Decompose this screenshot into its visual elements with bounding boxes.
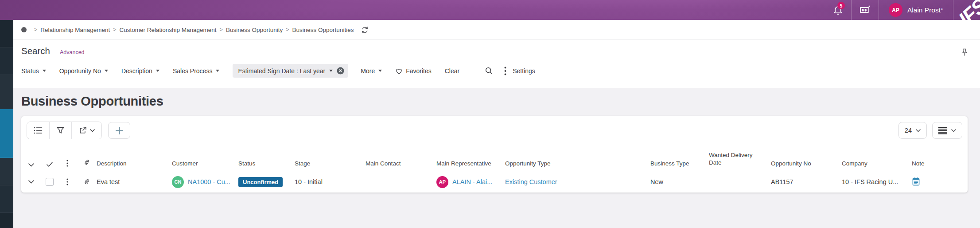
ifs-logo-text: IFS [954, 0, 980, 20]
column-header-customer[interactable]: Customer [172, 160, 238, 167]
add-record-button[interactable] [108, 122, 130, 139]
breadcrumb-separator: > [220, 27, 223, 33]
status-badge: Unconfirmed [238, 177, 283, 187]
caret-down-icon [156, 70, 159, 72]
column-header-company[interactable]: Company [842, 160, 912, 167]
breadcrumb-item[interactable]: Customer Relationship Management [119, 27, 216, 33]
breadcrumb-item[interactable]: Business Opportunity [226, 27, 283, 33]
column-header-stage[interactable]: Stage [295, 160, 366, 167]
column-header-note[interactable]: Note [912, 160, 968, 167]
filter-sales-process[interactable]: Sales Process [173, 65, 219, 77]
representative-link[interactable]: ALAIN - Alai... [452, 178, 492, 185]
row-expand-icon[interactable] [21, 180, 41, 184]
column-header-main-representative[interactable]: Main Representative [436, 160, 505, 167]
page-content: Business Opportunities [13, 88, 980, 228]
notifications-button[interactable]: 5 [825, 0, 851, 20]
chevron-down-icon [916, 129, 921, 132]
collapsed-sidebar [0, 20, 13, 228]
sidebar-item[interactable] [0, 185, 13, 213]
caret-down-icon [329, 70, 333, 72]
results-table-card: 24 [21, 116, 968, 193]
row-attachment-icon[interactable] [76, 178, 97, 186]
cell-business-type: New [650, 178, 709, 185]
home-dot-icon[interactable] [21, 27, 27, 32]
row-checkbox[interactable] [41, 178, 58, 186]
breadcrumb-separator: > [34, 27, 37, 33]
settings-button[interactable]: Settings [513, 67, 535, 75]
table-toolbar: 24 [21, 122, 968, 139]
sidebar-item[interactable] [0, 75, 13, 109]
search-icon[interactable] [484, 66, 494, 75]
sidebar-item[interactable] [0, 20, 13, 47]
breadcrumb: > Relationship Management > Customer Rel… [13, 20, 980, 40]
customer-avatar: CN [172, 176, 184, 188]
caret-down-icon [216, 70, 219, 72]
clear-button[interactable]: Clear [445, 67, 459, 75]
heart-icon [395, 67, 403, 75]
representative-avatar: AP [436, 176, 448, 188]
sidebar-item[interactable] [0, 158, 13, 185]
select-all-icon[interactable] [41, 162, 58, 167]
customer-link[interactable]: NA1000 - Cu... [188, 178, 230, 185]
sidebar-item[interactable] [0, 47, 13, 75]
active-filter-label: Estimated Sign Date : Last year [238, 67, 325, 75]
chat-icon [859, 4, 871, 16]
breadcrumb-item[interactable]: Relationship Management [40, 27, 110, 33]
opportunity-type-link[interactable]: Existing Customer [505, 178, 557, 185]
active-filter-chip[interactable]: Estimated Sign Date : Last year [233, 64, 348, 78]
column-header-opportunity-no[interactable]: Opportunity No [771, 160, 842, 167]
table-row[interactable]: Eva test CN NA1000 - Cu... Unconfirmed 1… [21, 171, 968, 193]
filter-button[interactable] [49, 122, 71, 139]
chevron-down-icon [90, 129, 95, 132]
advanced-search-link[interactable]: Advanced [60, 49, 85, 55]
cell-status: Unconfirmed [238, 177, 295, 187]
caret-down-icon [105, 70, 108, 72]
page-title: Business Opportunities [21, 93, 980, 109]
ifs-logo: IFS [953, 0, 980, 20]
filter-opportunity-no[interactable]: Opportunity No [59, 65, 108, 77]
list-view-button[interactable] [27, 122, 49, 139]
column-header-description[interactable]: Description [97, 160, 172, 167]
breadcrumb-item[interactable]: Business Opportunities [292, 27, 354, 33]
user-name: Alain Prost* [907, 6, 943, 14]
breadcrumb-separator: > [286, 27, 289, 33]
filter-status[interactable]: Status [21, 65, 46, 77]
refresh-icon[interactable] [361, 26, 369, 34]
remove-filter-icon[interactable] [337, 67, 344, 75]
checkbox-unchecked[interactable] [46, 178, 54, 186]
topbar: 5 AP Alain Prost* IFS [0, 0, 980, 20]
notification-badge: 5 [837, 2, 845, 9]
search-panel-title: Search [21, 46, 50, 56]
cell-company: 10 - IFS Racing U... [842, 178, 912, 185]
user-avatar: AP [889, 3, 902, 17]
expand-all-icon[interactable] [21, 163, 41, 167]
filter-description[interactable]: Description [121, 65, 159, 77]
breadcrumb-separator: > [113, 27, 116, 33]
page-size-dropdown[interactable]: 24 [898, 122, 927, 139]
column-header-wanted-delivery-date[interactable]: Wanted Delivery Date [709, 151, 771, 167]
messages-button[interactable] [852, 0, 879, 20]
cell-opportunity-no: AB1157 [771, 178, 842, 185]
note-icon[interactable] [912, 177, 920, 186]
filter-row: Status Opportunity No Description Sales … [21, 64, 980, 78]
row-options-icon[interactable] [58, 178, 76, 185]
cell-stage: 10 - Initial [295, 178, 366, 185]
cell-note [912, 177, 968, 188]
row-density-dropdown[interactable] [932, 122, 962, 139]
kebab-menu-icon[interactable] [504, 67, 506, 75]
cell-customer: CN NA1000 - Cu... [172, 176, 238, 188]
column-header-status[interactable]: Status [238, 160, 295, 167]
export-button[interactable] [71, 122, 101, 139]
user-menu[interactable]: AP Alain Prost* [879, 0, 953, 20]
search-panel: Search Advanced Status Opportunity No De… [13, 40, 980, 88]
sidebar-item-active[interactable] [0, 109, 13, 158]
column-header-business-type[interactable]: Business Type [650, 160, 709, 167]
pin-panel-icon[interactable] [961, 48, 968, 57]
column-header-opportunity-type[interactable]: Opportunity Type [505, 160, 650, 167]
column-header-main-contact[interactable]: Main Contact [366, 160, 436, 167]
table-view-button-group [27, 122, 102, 139]
sidebar-item[interactable] [0, 213, 13, 228]
density-lines-icon [938, 127, 947, 134]
favorites-button[interactable]: Favorites [395, 67, 432, 75]
more-filters-dropdown[interactable]: More [361, 65, 382, 77]
